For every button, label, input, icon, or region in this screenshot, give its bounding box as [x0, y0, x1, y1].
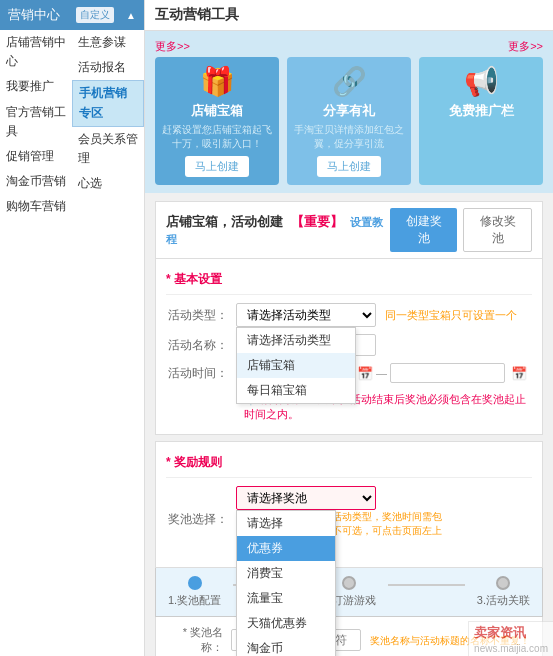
banner-card-share[interactable]: 🔗 分享有礼 手淘宝贝详情添加红包之翼，促分享引流 马上创建: [287, 57, 411, 185]
end-cal-icon[interactable]: 📅: [511, 366, 527, 381]
pd-item-default[interactable]: 请选择: [237, 511, 335, 536]
step-1-circle: [188, 576, 202, 590]
step-3-label: 3.活动关联: [477, 593, 530, 608]
card-desc-share: 手淘宝贝详情添加红包之翼，促分享引流: [293, 123, 405, 151]
watermark-sub: news.maijia.com: [474, 643, 548, 654]
card-title-free: 免费推广栏: [425, 102, 537, 120]
activity-type-dropdown-menu: 请选择活动类型 店铺宝箱 每日箱宝箱: [236, 327, 356, 404]
sidebar-header: 营销中心 自定义 ▲: [0, 0, 144, 30]
sidebar-arrow-icon: ▲: [126, 10, 136, 21]
section-highlight: 【重要】: [291, 214, 343, 229]
banner-card-treasure[interactable]: 🎁 店铺宝箱 赶紧设置您店铺宝箱起飞十万，吸引新入口！ 马上创建: [155, 57, 279, 185]
activity-type-row: 活动类型： 请选择活动类型 店铺宝箱 每日箱宝箱 请选择活动类型 店铺宝箱: [166, 303, 532, 327]
card-title-share: 分享有礼: [293, 102, 405, 120]
sidebar-item-mobile[interactable]: 手机营销专区: [72, 80, 144, 126]
activity-type-hint: 同一类型宝箱只可设置一个: [385, 309, 517, 321]
sidebar-col-right: 生意参谋 活动报名 手机营销专区 会员关系管理 心选: [72, 30, 144, 220]
prize-pool-row: 奖池选择： 请选择奖池 优惠券 消费宝 流量宝 天猫优惠券 淘金币 集分宝红包: [166, 486, 532, 552]
sidebar-item-heart[interactable]: 心选: [72, 171, 144, 196]
sidebar-item-official-tools[interactable]: 官方营销工具: [0, 100, 72, 144]
top-bar: 互动营销工具: [145, 0, 553, 31]
pd-item-gold[interactable]: 淘金币: [237, 636, 335, 656]
activity-time-label: 活动时间：: [166, 365, 236, 382]
pd-item-coupon[interactable]: 优惠券: [237, 536, 335, 561]
pool-name-label: * 奖池名称：: [166, 625, 231, 655]
page-title: 互动营销工具: [155, 6, 239, 22]
card-btn-treasure[interactable]: 马上创建: [185, 156, 249, 177]
step-line-2: [388, 584, 465, 586]
section-header-btns: 创建奖池 修改奖池: [390, 208, 532, 252]
section-title-text: 店铺宝箱，活动创建: [166, 214, 283, 229]
step-2-circle: [342, 576, 356, 590]
sidebar-item-promote[interactable]: 我要推广: [0, 74, 72, 99]
activity-end-date[interactable]: [390, 363, 505, 383]
prize-pool-label: 奖池选择：: [166, 511, 236, 528]
pd-item-traffic[interactable]: 流量宝: [237, 586, 335, 611]
banner-area: 更多>> 更多>> 🎁 店铺宝箱 赶紧设置您店铺宝箱起飞十万，吸引新入口！ 马上…: [145, 31, 553, 193]
dropdown-item-2[interactable]: 店铺宝箱: [237, 353, 355, 378]
treasure-icon: 🎁: [161, 65, 273, 98]
pd-item-spend[interactable]: 消费宝: [237, 561, 335, 586]
sidebar-item-business[interactable]: 生意参谋: [72, 30, 144, 55]
sidebar-item-shop-marketing[interactable]: 店铺营销中心: [0, 30, 72, 74]
watermark: 卖家资讯 news.maijia.com: [468, 621, 553, 656]
start-cal-icon[interactable]: 📅: [357, 366, 373, 381]
sidebar-custom-tag: 自定义: [76, 7, 114, 23]
banner-card-free[interactable]: 📢 免费推广栏: [419, 57, 543, 185]
card-desc-treasure: 赶紧设置您店铺宝箱起飞十万，吸引新入口！: [161, 123, 273, 151]
section-header: 店铺宝箱，活动创建 【重要】 设置教程 创建奖池 修改奖池: [155, 201, 543, 259]
step-3: 3.活动关联: [465, 576, 542, 608]
card-desc-free: [425, 123, 537, 145]
step-3-circle: [496, 576, 510, 590]
reward-rules-panel: 奖励规则 奖池选择： 请选择奖池 优惠券 消费宝 流量宝 天猫优惠券 淘: [155, 441, 543, 568]
main-content: 互动营销工具 更多>> 更多>> 🎁 店铺宝箱 赶紧设置您店铺宝箱起飞十万，吸引…: [145, 0, 553, 656]
activity-name-label: 活动名称：: [166, 337, 236, 354]
steps-bar: 1.奖池配置 2.订游游戏 3.活动关联: [155, 568, 543, 617]
prize-pool-control: 请选择奖池 优惠券 消费宝 流量宝 天猫优惠券 淘金币 集分宝红包 请选择 优惠…: [236, 486, 532, 552]
section-title: 店铺宝箱，活动创建 【重要】 设置教程: [166, 213, 390, 247]
pd-item-tmall[interactable]: 天猫优惠券: [237, 611, 335, 636]
activity-type-dropdown-wrap: 请选择活动类型 店铺宝箱 每日箱宝箱 请选择活动类型 店铺宝箱 每日箱宝箱: [236, 303, 376, 327]
step-1: 1.奖池配置: [156, 576, 233, 608]
sidebar-item-promo[interactable]: 促销管理: [0, 144, 72, 169]
card-title-treasure: 店铺宝箱: [161, 102, 273, 120]
free-icon: 📢: [425, 65, 537, 98]
prize-select-wrap: 请选择奖池 优惠券 消费宝 流量宝 天猫优惠券 淘金币 集分宝红包 请选择 优惠…: [236, 486, 376, 510]
banner-more-left[interactable]: 更多>>: [155, 39, 190, 54]
sidebar-group: 店铺营销中心 我要推广 官方营销工具 促销管理 淘金币营销 购物车营销 生意参谋…: [0, 30, 144, 220]
sidebar: 营销中心 自定义 ▲ 店铺营销中心 我要推广 官方营销工具 促销管理 淘金币营销…: [0, 0, 145, 656]
reward-rules-title: 奖励规则: [166, 450, 532, 478]
card-btn-share[interactable]: 马上创建: [317, 156, 381, 177]
sidebar-item-gold[interactable]: 淘金币营销: [0, 169, 72, 194]
banner-row: 🎁 店铺宝箱 赶紧设置您店铺宝箱起飞十万，吸引新入口！ 马上创建 🔗 分享有礼 …: [155, 57, 543, 185]
activity-type-label: 活动类型：: [166, 307, 236, 324]
dropdown-item-1[interactable]: 请选择活动类型: [237, 328, 355, 353]
sidebar-item-activity[interactable]: 活动报名: [72, 55, 144, 80]
create-pool-button[interactable]: 创建奖池: [390, 208, 457, 252]
share-icon: 🔗: [293, 65, 405, 98]
modify-pool-button[interactable]: 修改奖池: [463, 208, 532, 252]
banner-more-right[interactable]: 更多>>: [508, 39, 543, 54]
sidebar-col-left: 店铺营销中心 我要推广 官方营销工具 促销管理 淘金币营销 购物车营销: [0, 30, 72, 220]
basic-settings-title: 基本设置: [166, 267, 532, 295]
step-1-label: 1.奖池配置: [168, 593, 221, 608]
prize-pool-select[interactable]: 请选择奖池 优惠券 消费宝 流量宝 天猫优惠券 淘金币 集分宝红包: [236, 486, 376, 510]
basic-settings-panel: 基本设置 活动类型： 请选择活动类型 店铺宝箱 每日箱宝箱: [155, 259, 543, 435]
date-separator: —: [376, 367, 387, 379]
watermark-text: 卖家资讯: [474, 625, 526, 640]
activity-type-select[interactable]: 请选择活动类型 店铺宝箱 每日箱宝箱: [236, 303, 376, 327]
prize-dropdown-menu: 请选择 优惠券 消费宝 流量宝 天猫优惠券 淘金币 集分宝红包: [236, 510, 336, 656]
activity-type-control: 请选择活动类型 店铺宝箱 每日箱宝箱 请选择活动类型 店铺宝箱 每日箱宝箱 同一…: [236, 303, 532, 327]
dropdown-item-3[interactable]: 每日箱宝箱: [237, 378, 355, 403]
content-area: 店铺宝箱，活动创建 【重要】 设置教程 创建奖池 修改奖池 基本设置 活动类型：: [145, 193, 553, 656]
sidebar-title: 营销中心: [8, 6, 60, 24]
sidebar-item-member[interactable]: 会员关系管理: [72, 127, 144, 171]
sidebar-item-cart[interactable]: 购物车营销: [0, 194, 72, 219]
